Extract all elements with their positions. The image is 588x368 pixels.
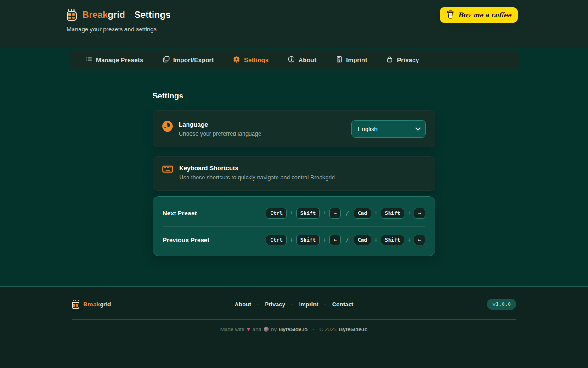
and-text: and [253,327,261,332]
buy-me-a-coffee-button[interactable]: Buy me a coffee [440,7,518,23]
footer-link-imprint[interactable]: Imprint [299,301,318,308]
gear-icon [233,56,240,64]
footer-link-about[interactable]: About [235,301,251,308]
keyboard-text-block: Keyboard Shortcuts Use these shortcuts t… [179,165,335,181]
shortcut-keys: Ctrl + Shift + → / Cmd + Shift + → [266,208,425,218]
slash-separator: / [345,236,349,243]
keyboard-icon [162,165,173,175]
tab-label: Import/Export [173,57,214,63]
tab-settings[interactable]: Settings [223,50,278,69]
language-card: Language Choose your preferred language … [153,110,435,147]
main-area: Manage Presets Import/Export Settings [0,50,588,286]
copyright-brand: ByteSide.io [339,327,368,332]
brand-name-break: Break [82,10,108,20]
shortcut-action: Next Preset [163,210,197,217]
page-subtitle: Manage your presets and settings [67,26,521,33]
by-text: by [271,327,277,332]
settings-heading: Settings [153,92,435,101]
keyboard-shortcuts-description: Use these shortcuts to quickly navigate … [179,174,335,181]
tab-manage-presets[interactable]: Manage Presets [76,50,153,69]
key-arrow-right: → [414,208,425,218]
footer-brand-name: Breakgrid [83,301,111,308]
key-shift: Shift [381,208,404,218]
building-icon [336,56,343,64]
made-with-text: Made with [220,327,244,332]
page-title: Settings [134,10,170,20]
lock-icon [386,56,393,64]
tab-import-export[interactable]: Import/Export [153,50,224,69]
copyright-text: © 2025 [319,327,336,332]
dot-separator: · [324,302,326,307]
language-select-wrap: English [351,120,426,138]
brand-name-grid: grid [108,10,125,20]
slash-separator: / [345,210,349,217]
tab-bar: Manage Presets Import/Export Settings [69,50,519,69]
key-shift: Shift [296,235,320,245]
footer-link-privacy[interactable]: Privacy [265,301,285,308]
dot-separator: · [291,302,293,307]
globe-icon [162,121,173,133]
footer-brand: Breakgrid [72,300,177,309]
coffee-emoji-icon [264,327,269,332]
app-footer: Breakgrid About · Privacy · Imprint · Co… [0,286,588,368]
shortcut-action: Previous Preset [163,236,209,243]
tab-privacy[interactable]: Privacy [377,50,429,69]
plus-separator: + [290,210,293,216]
footer-brand-grid: grid [100,301,111,308]
tab-imprint[interactable]: Imprint [326,50,377,69]
dot-separator: · [313,327,315,332]
footer-link-contact[interactable]: Contact [332,301,354,308]
plus-separator: + [290,237,293,243]
key-cmd: Cmd [354,208,371,218]
key-shift: Shift [381,235,404,245]
copy-icon [163,56,170,64]
language-select[interactable]: English [351,120,426,138]
plus-separator: + [407,210,411,216]
tab-label: Privacy [397,57,419,63]
key-ctrl: Ctrl [266,235,287,245]
shortcuts-panel: Next Preset Ctrl + Shift + → / Cmd + Shi… [153,196,435,256]
shortcut-row-next-preset: Next Preset Ctrl + Shift + → / Cmd + Shi… [163,200,425,226]
shortcut-row-previous-preset: Previous Preset Ctrl + Shift + ← / Cmd +… [163,226,425,253]
settings-content: Settings Language Choose your preferred … [153,92,435,256]
language-description: Choose your preferred language [179,131,261,137]
list-icon [85,56,92,64]
tab-about[interactable]: About [278,50,326,69]
key-shift: Shift [296,208,320,218]
language-title: Language [179,121,261,128]
dot-separator: · [257,302,259,307]
key-arrow-right: → [329,208,341,218]
tab-label: About [299,57,317,63]
byteside-brand: ByteSide.io [279,327,308,332]
shortcut-keys: Ctrl + Shift + ← / Cmd + Shift + ← [266,235,425,245]
plus-separator: + [374,237,378,243]
plus-separator: + [374,210,378,216]
breakgrid-logo-icon [67,9,77,21]
breakgrid-logo-icon-small [72,300,79,309]
app-header: Breakgrid Settings Manage your presets a… [0,0,588,48]
keyboard-shortcuts-title: Keyboard Shortcuts [179,165,335,172]
key-arrow-left: ← [329,235,341,245]
footer-brand-break: Break [83,301,100,308]
heart-icon: ♥ [247,326,250,332]
info-icon [288,56,295,64]
tab-label: Settings [244,57,268,63]
plus-separator: + [323,210,326,216]
language-text-block: Language Choose your preferred language [179,121,261,137]
key-arrow-left: ← [414,235,425,245]
brand-name: Breakgrid [82,10,125,20]
version-badge: v1.0.0 [487,299,516,310]
coffee-button-label: Buy me a coffee [458,12,511,18]
made-with-row: Made with ♥ and by ByteSide.io · © 2025 … [0,320,588,332]
coffee-cup-icon [446,9,455,21]
plus-separator: + [407,237,411,243]
plus-separator: + [323,237,326,243]
tab-label: Manage Presets [96,57,143,63]
key-ctrl: Ctrl [266,208,287,218]
footer-nav: About · Privacy · Imprint · Contact [177,301,411,308]
tab-label: Imprint [346,57,368,63]
key-cmd: Cmd [354,235,371,245]
keyboard-shortcuts-card: Keyboard Shortcuts Use these shortcuts t… [153,156,435,191]
